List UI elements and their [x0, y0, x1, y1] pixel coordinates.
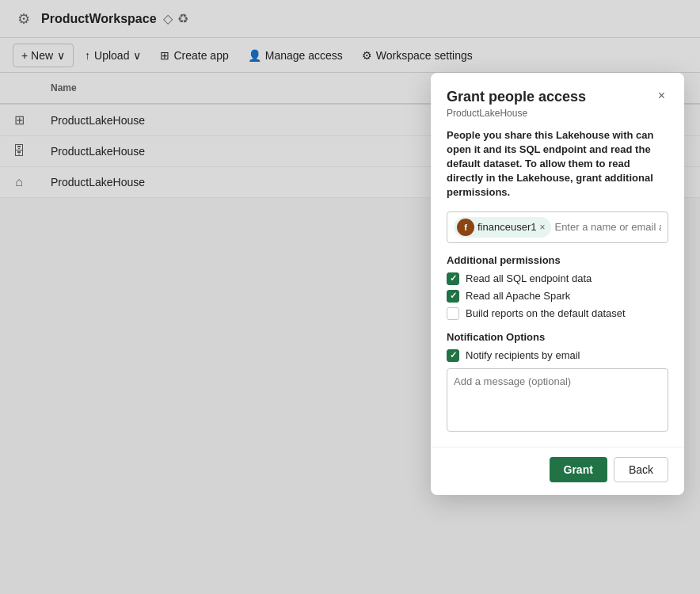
permission-checkbox-1[interactable] — [447, 290, 459, 303]
user-tag-close-icon[interactable]: × — [539, 223, 545, 232]
grant-button[interactable]: Grant — [550, 457, 607, 482]
user-tag: f financeuser1 × — [454, 217, 551, 238]
modal-body: People you share this Lakehouse with can… — [431, 122, 684, 447]
modal-footer: Grant Back — [431, 447, 684, 495]
notify-email-checkbox[interactable] — [447, 349, 459, 362]
modal-description: People you share this Lakehouse with can… — [447, 128, 668, 200]
permission-checkbox-row-0: Read all SQL endpoint data — [447, 272, 668, 285]
modal-close-button[interactable]: × — [655, 87, 668, 105]
notify-email-label: Notify recipients by email — [466, 349, 580, 361]
permission-checkbox-row-2: Build reports on the default dataset — [447, 307, 668, 320]
permission-checkbox-0[interactable] — [447, 272, 459, 285]
user-tag-name: financeuser1 — [477, 221, 536, 233]
user-avatar: f — [457, 219, 474, 236]
modal-overlay: Grant people access ProductLakeHouse × P… — [0, 0, 700, 594]
modal-header: Grant people access ProductLakeHouse × — [431, 73, 684, 122]
permission-label-1: Read all Apache Spark — [466, 290, 570, 302]
permission-label-0: Read all SQL endpoint data — [466, 272, 592, 284]
modal-title-block: Grant people access ProductLakeHouse — [447, 89, 586, 119]
permission-checkbox-2[interactable] — [447, 307, 459, 320]
message-textarea[interactable] — [447, 368, 668, 432]
modal-title: Grant people access — [447, 89, 586, 106]
notification-options-title: Notification Options — [447, 331, 668, 343]
modal-subtitle: ProductLakeHouse — [447, 108, 586, 119]
grant-access-modal: Grant people access ProductLakeHouse × P… — [431, 73, 684, 495]
people-input-area[interactable]: f financeuser1 × — [447, 211, 668, 243]
name-email-input[interactable] — [554, 219, 661, 234]
permission-label-2: Build reports on the default dataset — [466, 307, 626, 319]
notify-email-row: Notify recipients by email — [447, 349, 668, 362]
back-button[interactable]: Back — [614, 457, 668, 482]
permission-checkbox-row-1: Read all Apache Spark — [447, 290, 668, 303]
additional-permissions-title: Additional permissions — [447, 254, 668, 266]
